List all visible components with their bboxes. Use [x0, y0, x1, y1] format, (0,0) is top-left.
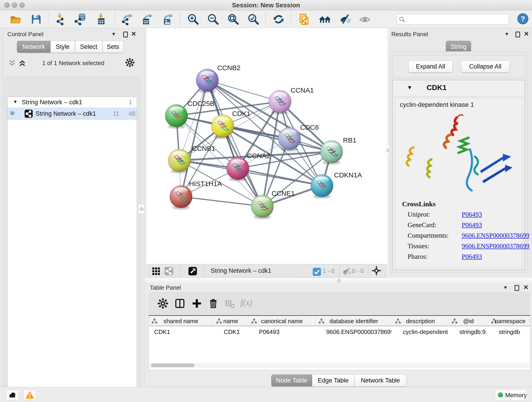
tab-sets[interactable]: Sets: [102, 41, 123, 53]
results-panel-menu-icon[interactable]: ▾: [505, 31, 508, 37]
node-CCNE1[interactable]: [251, 195, 273, 219]
node-CDK1[interactable]: [211, 115, 234, 139]
zoom-in-icon[interactable]: [187, 13, 199, 25]
cell-sharedname[interactable]: CDK1: [154, 328, 207, 336]
import-network-icon[interactable]: [54, 13, 66, 25]
tab-string[interactable]: String: [446, 41, 471, 53]
cell-databaseidentifier[interactable]: 9606.ENSP00000378699: [326, 328, 391, 336]
search-input[interactable]: [407, 15, 506, 23]
warnings-button[interactable]: [23, 390, 36, 400]
collapse-all-networks-icon[interactable]: [8, 59, 16, 67]
control-panel-float-icon[interactable]: [123, 32, 128, 37]
column-header-databaseidentifier[interactable]: database identifier: [316, 316, 392, 326]
table-panel-float-icon[interactable]: [515, 285, 519, 291]
network-collection-row[interactable]: ▼ String Network – cdk1 1: [7, 99, 137, 108]
entry-collapse-triangle-icon[interactable]: ▼: [407, 84, 412, 91]
delete-column-icon[interactable]: [208, 298, 219, 309]
show-all-icon[interactable]: [359, 13, 371, 25]
crosslink-link[interactable]: P06493: [462, 211, 482, 218]
column-header-description[interactable]: description: [392, 316, 449, 326]
table-horizontal-scrollbar[interactable]: [149, 363, 530, 368]
cell-id[interactable]: stringdb:9...: [459, 328, 487, 336]
tab-edge-table[interactable]: Edge Table: [312, 375, 354, 386]
add-column-icon[interactable]: [191, 298, 202, 309]
scrollbar-thumb[interactable]: [151, 364, 195, 367]
save-session-icon[interactable]: [30, 13, 42, 25]
network-options-gear-icon[interactable]: [125, 58, 135, 67]
search-field[interactable]: [396, 14, 509, 25]
help-icon[interactable]: ?: [517, 13, 529, 25]
node-HIST1H1A[interactable]: [170, 185, 192, 210]
crosslink-link[interactable]: P06493: [462, 253, 482, 260]
hidden-eye-icon[interactable]: [342, 267, 351, 275]
fit-selected-crosshair-icon[interactable]: [372, 266, 382, 276]
delete-table-icon[interactable]: [224, 298, 235, 309]
crosslink-link[interactable]: 9606.ENSP00000378699: [462, 242, 530, 250]
node-CDC25B[interactable]: [165, 104, 188, 128]
open-session-icon[interactable]: [10, 13, 22, 25]
import-network-from-database-icon[interactable]: [75, 13, 87, 25]
column-header-sharedname[interactable]: shared name: [149, 316, 213, 326]
show-columns-icon[interactable]: [174, 298, 185, 309]
results-panel-close-icon[interactable]: ✕: [524, 30, 529, 38]
tab-select[interactable]: Select: [75, 41, 102, 53]
collapse-triangle-icon[interactable]: ▼: [13, 99, 18, 104]
column-header-name[interactable]: name: [213, 316, 248, 326]
cell-namespace[interactable]: stringdb: [499, 328, 530, 336]
edge-HIST1H1A-CCNE1[interactable]: [181, 197, 262, 206]
expand-all-button[interactable]: Expand All: [408, 61, 453, 72]
table-panel-close-icon[interactable]: ✕: [523, 284, 529, 291]
export-table-icon[interactable]: [142, 13, 154, 25]
zoom-fit-icon[interactable]: [227, 13, 239, 25]
clone-network-icon[interactable]: [299, 13, 311, 25]
first-neighbors-icon[interactable]: [319, 13, 331, 25]
grid-view-icon[interactable]: [151, 266, 161, 276]
table-settings-gear-icon[interactable]: [157, 298, 168, 309]
network-share-icon[interactable]: [164, 266, 174, 276]
zoom-out-icon[interactable]: [207, 13, 219, 25]
crosslink-row: Uniprot:P06493: [408, 211, 522, 220]
import-table-icon[interactable]: [95, 13, 107, 25]
node-RB1[interactable]: [320, 140, 343, 165]
node-CCNA1[interactable]: [269, 90, 291, 114]
node-CCNA2[interactable]: [227, 157, 249, 181]
export-image-icon[interactable]: [162, 13, 174, 25]
cell-description[interactable]: cyclin-dependent ...: [403, 328, 448, 336]
warning-icon: [25, 390, 35, 400]
zoom-selected-icon[interactable]: [247, 13, 259, 25]
cloud-icon: [7, 390, 17, 400]
tab-network-table[interactable]: Network Table: [354, 375, 406, 386]
horizontal-splitter[interactable]: [145, 278, 532, 283]
memory-button[interactable]: Memory: [495, 389, 527, 401]
network-canvas[interactable]: CCNB2CCNA1CDC25BCDK1CDC6RB1CCNB1CCNA2CDK…: [147, 28, 387, 264]
hide-selected-icon[interactable]: [339, 13, 351, 25]
edge-CCNB2-HIST1H1A[interactable]: [181, 80, 207, 197]
control-panel-menu-icon[interactable]: ▾: [112, 31, 115, 37]
cell-name[interactable]: CDK1: [224, 328, 247, 336]
cloud-status-button[interactable]: [6, 390, 19, 400]
collapse-all-button[interactable]: Collapse All: [461, 61, 510, 72]
tab-style[interactable]: Style: [51, 41, 75, 53]
control-panel-close-icon[interactable]: ✕: [131, 30, 136, 38]
tab-node-table[interactable]: Node Table: [271, 375, 312, 386]
window-title-bar: Session: New Session: [0, 0, 532, 10]
column-header-canonicalname[interactable]: canonical name: [248, 316, 316, 326]
expand-all-networks-icon[interactable]: [18, 59, 26, 67]
crosslink-link[interactable]: P06493: [462, 221, 482, 229]
node-CDKN1A[interactable]: [311, 174, 333, 198]
function-builder-icon[interactable]: f(x): [240, 298, 253, 307]
network-row-selected[interactable]: String Network – cdk1 11 48: [7, 108, 137, 120]
apply-layout-icon[interactable]: [273, 13, 285, 25]
cell-canonicalname[interactable]: P06493: [259, 328, 315, 336]
birds-eye-view-icon[interactable]: [188, 266, 197, 276]
selected-checkbox-icon[interactable]: [312, 267, 320, 275]
column-header-namespace[interactable]: namespace: [488, 316, 530, 326]
column-header-id[interactable]: @id: [449, 316, 488, 326]
export-network-icon[interactable]: [122, 13, 134, 25]
crosslink-link[interactable]: 9606.ENSP00000378699: [462, 232, 530, 239]
left-splitter-handle[interactable]: [138, 204, 144, 214]
results-panel-float-icon[interactable]: [515, 32, 520, 37]
tab-network[interactable]: Network: [17, 41, 51, 53]
table-panel-menu-icon[interactable]: ▾: [504, 284, 507, 291]
result-entry-header[interactable]: ▼ CDK1: [393, 80, 525, 97]
